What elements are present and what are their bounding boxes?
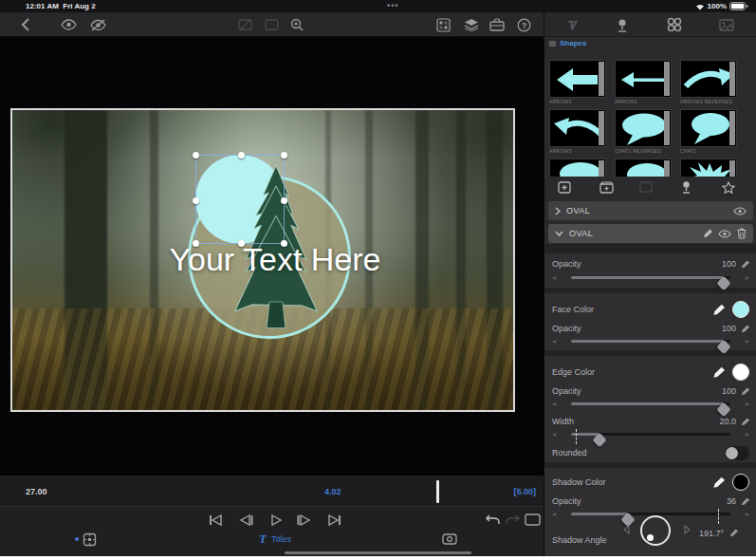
selection-handle[interactable] xyxy=(238,152,245,159)
user-presets-button[interactable] xyxy=(676,177,695,196)
titles-tab[interactable]: T Titles xyxy=(259,532,291,547)
selection-handle[interactable] xyxy=(193,240,199,247)
shadow-angle-cw-icon[interactable] xyxy=(683,525,691,534)
tab-facecam[interactable] xyxy=(613,15,632,34)
shape-item-arrow2[interactable]: ARROW2 xyxy=(615,60,672,104)
pencil-icon[interactable] xyxy=(741,387,749,396)
help-icon[interactable]: ? xyxy=(514,15,533,34)
visibility-eye-icon[interactable] xyxy=(733,207,747,215)
timeline-ruler[interactable]: 27.00 4.02 [5.00] xyxy=(0,476,544,507)
timeline-end-timecode: [5.00] xyxy=(513,487,536,496)
layer-row-oval-expanded[interactable]: OVAL xyxy=(548,224,753,243)
pencil-icon[interactable] xyxy=(729,529,738,537)
selection-handle[interactable] xyxy=(193,152,199,159)
slider-decrease-icon[interactable]: ◂ xyxy=(552,430,556,439)
edge-color-swatch[interactable] xyxy=(732,364,749,381)
title-text-overlay[interactable]: Your Text Here xyxy=(154,241,396,278)
selection-handle[interactable] xyxy=(238,240,245,247)
slider-decrease-icon[interactable]: ◂ xyxy=(552,337,556,345)
shape-item-thought-reversed[interactable] xyxy=(549,159,606,177)
add-to-library-button[interactable] xyxy=(597,177,616,196)
edge-opacity-slider[interactable]: ◂▸ xyxy=(552,398,749,410)
redo-button[interactable] xyxy=(506,513,520,525)
shape-thumb-strip xyxy=(599,160,604,177)
shape-item-burst[interactable] xyxy=(680,159,737,177)
step-back-button[interactable] xyxy=(239,513,254,527)
source-camera-button[interactable] xyxy=(442,533,457,545)
chevron-down-icon[interactable] xyxy=(555,231,563,236)
back-button[interactable] xyxy=(15,15,34,34)
play-button[interactable] xyxy=(269,513,283,527)
step-forward-button[interactable] xyxy=(296,513,311,527)
eyedropper-pencil-icon[interactable] xyxy=(712,476,725,489)
background-checker-icon[interactable] xyxy=(433,15,452,34)
shadow-color-swatch[interactable] xyxy=(732,474,749,491)
tab-shapes[interactable] xyxy=(665,15,684,34)
shape-item-thought[interactable] xyxy=(615,159,672,177)
slider-increase-icon[interactable]: ▸ xyxy=(746,337,749,345)
toolbox-icon[interactable] xyxy=(488,15,507,34)
shape-item-arrow3[interactable]: ARROW3 xyxy=(549,109,606,154)
display-output-button[interactable] xyxy=(525,513,541,526)
pencil-icon[interactable] xyxy=(741,497,749,506)
slider-increase-icon[interactable]: ▸ xyxy=(746,400,749,408)
edit-pencil-icon[interactable] xyxy=(703,229,712,238)
eyedropper-pencil-icon[interactable] xyxy=(712,366,725,379)
keyframe-button[interactable] xyxy=(83,532,97,547)
trash-icon[interactable] xyxy=(737,228,747,239)
slider-decrease-icon[interactable]: ◂ xyxy=(552,400,556,408)
opacity-label: Opacity xyxy=(552,386,581,396)
selection-handle[interactable] xyxy=(281,152,287,159)
timeline-current-timecode: 4.02 xyxy=(324,487,341,496)
list-icon[interactable] xyxy=(549,41,556,47)
width-value: 20.0 xyxy=(719,417,736,426)
hide-overlays-button[interactable] xyxy=(88,15,107,34)
chevron-right-icon[interactable] xyxy=(555,207,561,215)
playhead[interactable] xyxy=(436,480,439,503)
clock: 12:01 AM xyxy=(26,2,59,10)
match-frame-icon[interactable] xyxy=(235,15,254,34)
pencil-icon[interactable] xyxy=(741,260,749,269)
undo-button[interactable] xyxy=(486,513,500,525)
shape-item-arrow3-reversed[interactable]: ARROW3 REVERSED xyxy=(680,60,737,104)
panel-tabs: T xyxy=(544,12,756,37)
visibility-eye-icon[interactable] xyxy=(718,230,731,238)
tab-text[interactable]: T xyxy=(561,15,580,34)
face-color-swatch[interactable] xyxy=(732,301,749,318)
show-overlays-button[interactable] xyxy=(59,15,78,34)
tab-image[interactable] xyxy=(717,15,736,34)
selection-handle[interactable] xyxy=(193,197,199,204)
pencil-icon[interactable] xyxy=(741,325,749,333)
rounded-toggle[interactable] xyxy=(725,446,749,460)
crop-icon[interactable] xyxy=(262,15,281,34)
skip-to-end-button[interactable] xyxy=(327,513,342,527)
shadow-angle-dial[interactable] xyxy=(640,515,671,546)
timeline-scrollbar[interactable] xyxy=(285,551,471,554)
layers-icon[interactable] xyxy=(462,15,481,34)
shape-thumb-strip xyxy=(729,62,735,96)
zoom-in-icon[interactable] xyxy=(287,15,306,34)
selection-handle[interactable] xyxy=(281,197,287,204)
slider-decrease-icon[interactable]: ◂ xyxy=(552,273,556,282)
shadow-angle-ccw-icon[interactable] xyxy=(622,525,631,534)
face-opacity-slider[interactable]: ◂▸ xyxy=(552,335,749,347)
pencil-icon[interactable] xyxy=(741,418,749,426)
opacity-value: 100 xyxy=(722,324,736,333)
slider-increase-icon[interactable]: ▸ xyxy=(746,510,749,518)
shape-item-chat1[interactable]: CHAT1 xyxy=(680,109,737,154)
eyedropper-pencil-icon[interactable] xyxy=(712,304,725,316)
selection-handle[interactable] xyxy=(281,240,287,247)
shape-item-chat1-reversed[interactable]: CHAT1 REVERSED xyxy=(615,109,672,154)
selection-box[interactable] xyxy=(195,155,285,244)
opacity-slider[interactable]: ◂▸ xyxy=(552,271,749,284)
favorites-star-button[interactable] xyxy=(719,177,738,196)
slider-increase-icon[interactable]: ▸ xyxy=(746,273,749,282)
layer-row-oval-collapsed[interactable]: OVAL xyxy=(548,201,753,220)
status-time-date: 12:01 AM Fri Aug 2 xyxy=(26,2,96,10)
slider-decrease-icon[interactable]: ◂ xyxy=(552,510,556,518)
skip-to-start-button[interactable] xyxy=(208,513,223,527)
shape-item-arrow1[interactable]: ARROW1 xyxy=(549,60,606,104)
width-slider[interactable]: ◂▸ xyxy=(552,428,749,440)
slider-increase-icon[interactable]: ▸ xyxy=(746,430,749,439)
add-preset-button[interactable] xyxy=(555,177,574,196)
